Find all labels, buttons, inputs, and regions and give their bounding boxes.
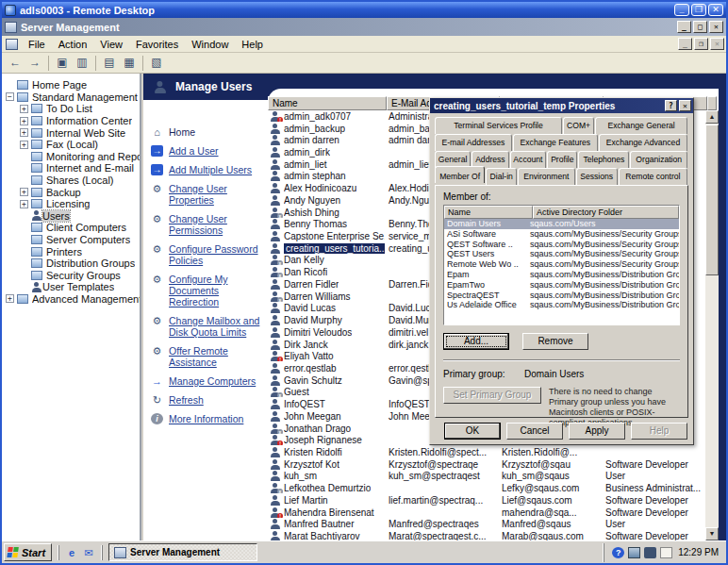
network-tray-icon[interactable]: [628, 547, 640, 558]
menu-favorites[interactable]: Favorites: [129, 37, 185, 52]
help-icon[interactable]: ▧: [147, 55, 166, 72]
task-link-label[interactable]: Add a User: [169, 145, 219, 157]
member-column-active-directory-folder[interactable]: Active Directory Folder: [533, 206, 679, 219]
member-row[interactable]: QEST Software ..sqaus.com/MyBusiness/Sec…: [444, 240, 679, 250]
task-link-label[interactable]: Configure Password Policies: [169, 243, 262, 266]
tab-account[interactable]: Account: [510, 151, 547, 168]
tree-expand-icon[interactable]: +: [20, 141, 28, 149]
forward-icon[interactable]: →: [25, 55, 44, 72]
tree-expand-icon[interactable]: +: [20, 117, 28, 125]
tree-expand-icon[interactable]: +: [20, 200, 28, 208]
tab-telephones[interactable]: Telephones: [578, 151, 629, 168]
task-link-label[interactable]: More Information: [169, 413, 243, 424]
tree-expand-icon[interactable]: +: [20, 128, 28, 137]
tree-item-fax-local-[interactable]: +Fax (Local): [2, 139, 140, 151]
tab-exchange-general[interactable]: Exchange General: [595, 117, 687, 134]
task-link-add-multiple-users[interactable]: →Add Multiple Users: [151, 164, 262, 175]
tree-expand-icon[interactable]: +: [6, 294, 14, 303]
app-minimize-button[interactable]: _: [677, 21, 691, 33]
add-button[interactable]: Add...: [443, 333, 509, 350]
app-maximize-button[interactable]: □: [693, 21, 707, 33]
user-row[interactable]: !Mahendra Birensenatmahendra@sqa...Softw…: [268, 507, 705, 519]
tree-item-advanced-management[interactable]: +Advanced Management: [2, 293, 140, 306]
task-link-label[interactable]: Change User Properties: [169, 183, 262, 206]
tree-item-user-templates[interactable]: User Templates: [2, 281, 140, 293]
user-row[interactable]: xLefkothea DemurtzioLefky@sqaus.comBusin…: [268, 482, 705, 494]
task-link-configure-password-policies[interactable]: ⚙Configure Password Policies: [151, 243, 262, 266]
tree-item-to-do-list[interactable]: +To Do List: [2, 103, 140, 115]
tree-item-standard-management[interactable]: −Standard Management: [2, 91, 140, 104]
tree-item-backup[interactable]: +Backup: [2, 186, 140, 198]
task-link-label[interactable]: Offer Remote Assistance: [169, 345, 262, 368]
document-tray-icon[interactable]: [660, 547, 672, 558]
tree-item-internal-web-site[interactable]: +Internal Web Site: [2, 126, 140, 139]
task-link-label[interactable]: Home: [169, 126, 195, 138]
task-link-label[interactable]: Manage Computers: [169, 375, 256, 387]
task-link-change-user-permissions[interactable]: ⚙Change User Permissions: [151, 213, 262, 236]
tree-item-server-computers[interactable]: Server Computers: [2, 234, 140, 246]
user-row[interactable]: Manfred BautnerManfred@spectraqesManfred…: [268, 518, 705, 530]
tab-exchange-advanced[interactable]: Exchange Advanced: [599, 134, 687, 151]
column-header-name[interactable]: Name: [268, 96, 387, 110]
task-link-refresh[interactable]: ↻Refresh: [151, 394, 262, 406]
tab-sessions[interactable]: Sessions: [576, 168, 618, 185]
member-column-name[interactable]: Name: [444, 206, 533, 219]
member-row[interactable]: Epamsqaus.com/MyBusiness/Distribution Gr…: [444, 270, 679, 280]
rdp-minimize-button[interactable]: _: [674, 4, 689, 16]
tree-item-distribution-groups[interactable]: Distribution Groups: [2, 258, 140, 270]
status-tray-icon[interactable]: [644, 547, 656, 558]
rdp-restore-button[interactable]: ❐: [691, 4, 706, 16]
task-link-add-a-user[interactable]: →Add a User: [151, 145, 262, 157]
tree-item-information-center[interactable]: +Information Center: [2, 115, 140, 127]
tab-organization[interactable]: Organization: [630, 151, 687, 168]
tree-item-internet-and-e-mail[interactable]: Internet and E-mail: [2, 162, 140, 174]
tree-expand-icon[interactable]: +: [20, 105, 28, 113]
menu-file[interactable]: File: [22, 37, 52, 52]
user-row[interactable]: Marat BachtiyarovMarat@spectraqest.c...M…: [268, 530, 705, 540]
tree-item-licensing[interactable]: +Licensing: [2, 198, 140, 210]
tree-expand-icon[interactable]: −: [6, 92, 14, 101]
remove-button[interactable]: Remove: [522, 333, 588, 350]
menu-view[interactable]: View: [93, 37, 129, 52]
member-row[interactable]: Remote Web Wo ..sqaus.com/MyBusiness/Sec…: [444, 259, 679, 270]
app-close-button[interactable]: ✕: [709, 21, 723, 33]
task-link-change-user-properties[interactable]: ⚙Change User Properties: [151, 183, 262, 206]
tree-item-security-groups[interactable]: Security Groups: [2, 270, 140, 282]
member-row[interactable]: QEST Userssqaus.com/MyBusiness/Security …: [444, 249, 679, 259]
menu-window[interactable]: Window: [185, 37, 235, 52]
outlook-icon[interactable]: ✉: [82, 546, 95, 559]
task-link-label[interactable]: Change Mailbox and Disk Quota Limits: [169, 315, 262, 338]
taskbar-item-server-management[interactable]: Server Management: [108, 543, 257, 561]
tab-terminal-services-profile[interactable]: Terminal Services Profile: [435, 117, 562, 134]
vertical-scrollbar[interactable]: ▲ ▼: [705, 110, 719, 540]
rdp-close-button[interactable]: ✕: [708, 4, 723, 16]
menu-action[interactable]: Action: [52, 37, 94, 52]
scroll-down-arrow[interactable]: ▼: [705, 527, 719, 540]
tree-item-printers[interactable]: Printers: [2, 245, 140, 258]
child-restore-button[interactable]: ❐: [694, 38, 708, 50]
task-link-home[interactable]: ⌂Home: [151, 126, 262, 138]
task-link-configure-my-documents-redirection[interactable]: ⚙Configure My Documents Redirection: [151, 274, 262, 307]
tab-member-of[interactable]: Member Of: [435, 166, 485, 183]
cancel-button[interactable]: Cancel: [506, 423, 563, 440]
tab-exchange-features[interactable]: Exchange Features: [513, 134, 598, 151]
tab-com-[interactable]: COM+: [563, 117, 594, 134]
tab-e-mail-addresses[interactable]: E-mail Addresses: [435, 134, 512, 151]
member-row[interactable]: Domain Userssqaus.com/Users: [444, 219, 679, 229]
user-row[interactable]: Kristen RidolfiKristen.Ridolfi@spect...K…: [268, 446, 705, 458]
tree-item-monitoring-and-reporting[interactable]: Monitoring and Reporting: [2, 151, 140, 163]
task-link-offer-remote-assistance[interactable]: ⚙Offer Remote Assistance: [151, 345, 262, 368]
tree-item-client-computers[interactable]: Client Computers: [2, 222, 140, 234]
task-link-label[interactable]: Configure My Documents Redirection: [169, 274, 262, 307]
start-button[interactable]: Start: [4, 543, 52, 561]
dialog-titlebar[interactable]: creating_users_tutorial_temp Properties …: [430, 98, 693, 113]
member-row[interactable]: ASi Softwaresqaus.com/MyBusiness/Securit…: [444, 229, 679, 240]
export-list-icon[interactable]: ▤: [100, 55, 119, 72]
back-icon[interactable]: ←: [6, 55, 25, 72]
task-link-more-information[interactable]: iMore Information: [151, 413, 262, 424]
tree-item-users[interactable]: Users: [2, 210, 140, 223]
scroll-thumb[interactable]: [705, 125, 719, 275]
child-minimize-button[interactable]: _: [678, 38, 692, 50]
member-row[interactable]: EpamTwosqaus.com/MyBusiness/Distribution…: [444, 280, 679, 291]
task-link-change-mailbox-and-disk-quota-limits[interactable]: ⚙Change Mailbox and Disk Quota Limits: [151, 315, 262, 338]
